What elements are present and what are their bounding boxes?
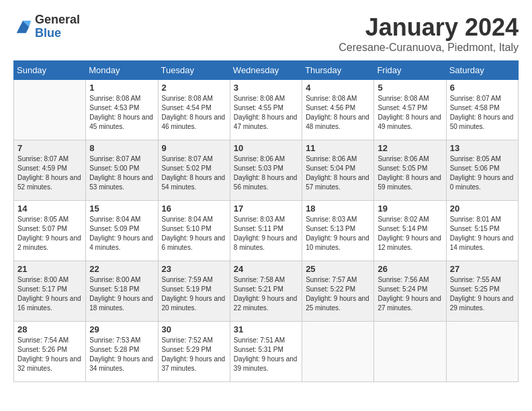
calendar-cell: 24Sunrise: 7:58 AMSunset: 5:21 PMDayligh… — [230, 261, 302, 322]
weekday-header-sunday: Sunday — [14, 61, 86, 80]
day-info: Sunrise: 8:05 AMSunset: 5:06 PMDaylight:… — [450, 154, 515, 192]
calendar-week-row: 1Sunrise: 8:08 AMSunset: 4:53 PMDaylight… — [14, 80, 519, 140]
day-number: 3 — [234, 83, 298, 93]
calendar-cell: 7Sunrise: 8:07 AMSunset: 4:59 PMDaylight… — [14, 140, 86, 201]
calendar-cell: 2Sunrise: 8:08 AMSunset: 4:54 PMDaylight… — [158, 80, 230, 140]
calendar-cell: 26Sunrise: 7:56 AMSunset: 5:24 PMDayligh… — [374, 261, 446, 322]
day-info: Sunrise: 8:08 AMSunset: 4:53 PMDaylight:… — [89, 94, 154, 132]
day-number: 30 — [162, 324, 226, 334]
day-info: Sunrise: 8:06 AMSunset: 5:04 PMDaylight:… — [306, 154, 370, 192]
day-info: Sunrise: 8:08 AMSunset: 4:56 PMDaylight:… — [306, 94, 370, 132]
title-area: January 2024 Ceresane-Curanuova, Piedmon… — [339, 13, 519, 54]
calendar-cell: 5Sunrise: 8:08 AMSunset: 4:57 PMDaylight… — [374, 80, 446, 140]
calendar-cell: 15Sunrise: 8:04 AMSunset: 5:09 PMDayligh… — [86, 201, 158, 261]
day-info: Sunrise: 8:06 AMSunset: 5:05 PMDaylight:… — [378, 154, 442, 192]
day-number: 29 — [89, 324, 154, 334]
calendar-cell: 17Sunrise: 8:03 AMSunset: 5:11 PMDayligh… — [230, 201, 302, 261]
calendar-cell: 8Sunrise: 8:07 AMSunset: 5:00 PMDaylight… — [86, 140, 158, 201]
day-number: 20 — [450, 203, 515, 214]
day-info: Sunrise: 8:03 AMSunset: 5:13 PMDaylight:… — [306, 215, 370, 253]
day-number: 10 — [234, 143, 298, 153]
calendar-cell: 23Sunrise: 7:59 AMSunset: 5:19 PMDayligh… — [158, 261, 230, 322]
main-title: January 2024 — [339, 13, 519, 42]
calendar-week-row: 14Sunrise: 8:05 AMSunset: 5:07 PMDayligh… — [14, 201, 519, 261]
day-number: 24 — [234, 264, 298, 274]
day-number: 17 — [234, 203, 298, 214]
day-info: Sunrise: 8:07 AMSunset: 5:00 PMDaylight:… — [89, 154, 154, 192]
day-number: 2 — [162, 83, 226, 93]
day-info: Sunrise: 7:59 AMSunset: 5:19 PMDaylight:… — [162, 275, 226, 313]
calendar-cell: 6Sunrise: 8:07 AMSunset: 4:58 PMDaylight… — [446, 80, 518, 140]
calendar-cell: 11Sunrise: 8:06 AMSunset: 5:04 PMDayligh… — [302, 140, 374, 201]
day-number: 12 — [378, 143, 442, 153]
day-number: 5 — [378, 83, 442, 93]
day-info: Sunrise: 7:53 AMSunset: 5:28 PMDaylight:… — [89, 336, 154, 373]
logo-general-text: General — [35, 13, 80, 27]
day-number: 25 — [306, 264, 370, 274]
calendar-cell: 21Sunrise: 8:00 AMSunset: 5:17 PMDayligh… — [14, 261, 86, 322]
header: General Blue January 2024 Ceresane-Curan… — [13, 13, 519, 54]
calendar-week-row: 28Sunrise: 7:54 AMSunset: 5:26 PMDayligh… — [14, 322, 519, 382]
calendar-cell: 3Sunrise: 8:08 AMSunset: 4:55 PMDaylight… — [230, 80, 302, 140]
day-info: Sunrise: 8:05 AMSunset: 5:07 PMDaylight:… — [17, 215, 82, 253]
calendar-cell — [302, 322, 374, 382]
calendar-cell: 10Sunrise: 8:06 AMSunset: 5:03 PMDayligh… — [230, 140, 302, 201]
weekday-header-tuesday: Tuesday — [158, 61, 230, 80]
day-info: Sunrise: 8:03 AMSunset: 5:11 PMDaylight:… — [234, 215, 298, 253]
day-number: 15 — [89, 203, 154, 214]
day-number: 19 — [378, 203, 442, 214]
day-info: Sunrise: 8:07 AMSunset: 4:58 PMDaylight:… — [450, 94, 515, 132]
day-info: Sunrise: 8:04 AMSunset: 5:09 PMDaylight:… — [89, 215, 154, 253]
logo: General Blue — [13, 13, 80, 40]
day-number: 23 — [162, 264, 226, 274]
day-number: 14 — [17, 203, 82, 214]
day-number: 7 — [17, 143, 82, 153]
day-info: Sunrise: 8:04 AMSunset: 5:10 PMDaylight:… — [162, 215, 226, 253]
logo-blue-text: Blue — [35, 27, 80, 40]
logo-text: General Blue — [35, 13, 80, 40]
day-number: 11 — [306, 143, 370, 153]
calendar-cell: 25Sunrise: 7:57 AMSunset: 5:22 PMDayligh… — [302, 261, 374, 322]
calendar-cell: 31Sunrise: 7:51 AMSunset: 5:31 PMDayligh… — [230, 322, 302, 382]
day-info: Sunrise: 8:08 AMSunset: 4:57 PMDaylight:… — [378, 94, 442, 132]
day-info: Sunrise: 7:51 AMSunset: 5:31 PMDaylight:… — [234, 336, 298, 373]
day-info: Sunrise: 7:56 AMSunset: 5:24 PMDaylight:… — [378, 275, 442, 313]
day-number: 31 — [234, 324, 298, 334]
day-number: 22 — [89, 264, 154, 274]
logo-icon — [13, 17, 32, 36]
weekday-header-saturday: Saturday — [446, 61, 518, 80]
calendar-cell: 1Sunrise: 8:08 AMSunset: 4:53 PMDaylight… — [86, 80, 158, 140]
weekday-header-monday: Monday — [86, 61, 158, 80]
day-number: 8 — [89, 143, 154, 153]
day-number: 16 — [162, 203, 226, 214]
weekday-header-row: SundayMondayTuesdayWednesdayThursdayFrid… — [14, 61, 519, 80]
calendar-cell — [374, 322, 446, 382]
calendar-cell: 20Sunrise: 8:01 AMSunset: 5:15 PMDayligh… — [446, 201, 518, 261]
day-number: 9 — [162, 143, 226, 153]
calendar-cell: 29Sunrise: 7:53 AMSunset: 5:28 PMDayligh… — [86, 322, 158, 382]
weekday-header-wednesday: Wednesday — [230, 61, 302, 80]
calendar-week-row: 21Sunrise: 8:00 AMSunset: 5:17 PMDayligh… — [14, 261, 519, 322]
calendar-cell — [14, 80, 86, 140]
calendar-cell: 28Sunrise: 7:54 AMSunset: 5:26 PMDayligh… — [14, 322, 86, 382]
day-info: Sunrise: 8:07 AMSunset: 4:59 PMDaylight:… — [17, 154, 82, 192]
weekday-header-friday: Friday — [374, 61, 446, 80]
day-info: Sunrise: 7:52 AMSunset: 5:29 PMDaylight:… — [162, 336, 226, 373]
calendar-cell: 14Sunrise: 8:05 AMSunset: 5:07 PMDayligh… — [14, 201, 86, 261]
day-info: Sunrise: 8:01 AMSunset: 5:15 PMDaylight:… — [450, 215, 515, 253]
subtitle: Ceresane-Curanuova, Piedmont, Italy — [339, 42, 519, 54]
day-info: Sunrise: 8:02 AMSunset: 5:14 PMDaylight:… — [378, 215, 442, 253]
day-number: 28 — [17, 324, 82, 334]
day-info: Sunrise: 7:58 AMSunset: 5:21 PMDaylight:… — [234, 275, 298, 313]
calendar-cell: 22Sunrise: 8:00 AMSunset: 5:18 PMDayligh… — [86, 261, 158, 322]
calendar-cell — [446, 322, 518, 382]
calendar-cell: 13Sunrise: 8:05 AMSunset: 5:06 PMDayligh… — [446, 140, 518, 201]
day-number: 1 — [89, 83, 154, 93]
calendar-cell: 12Sunrise: 8:06 AMSunset: 5:05 PMDayligh… — [374, 140, 446, 201]
day-number: 26 — [378, 264, 442, 274]
day-info: Sunrise: 8:06 AMSunset: 5:03 PMDaylight:… — [234, 154, 298, 192]
calendar-cell: 19Sunrise: 8:02 AMSunset: 5:14 PMDayligh… — [374, 201, 446, 261]
day-number: 21 — [17, 264, 82, 274]
day-info: Sunrise: 8:08 AMSunset: 4:55 PMDaylight:… — [234, 94, 298, 132]
calendar-cell: 18Sunrise: 8:03 AMSunset: 5:13 PMDayligh… — [302, 201, 374, 261]
